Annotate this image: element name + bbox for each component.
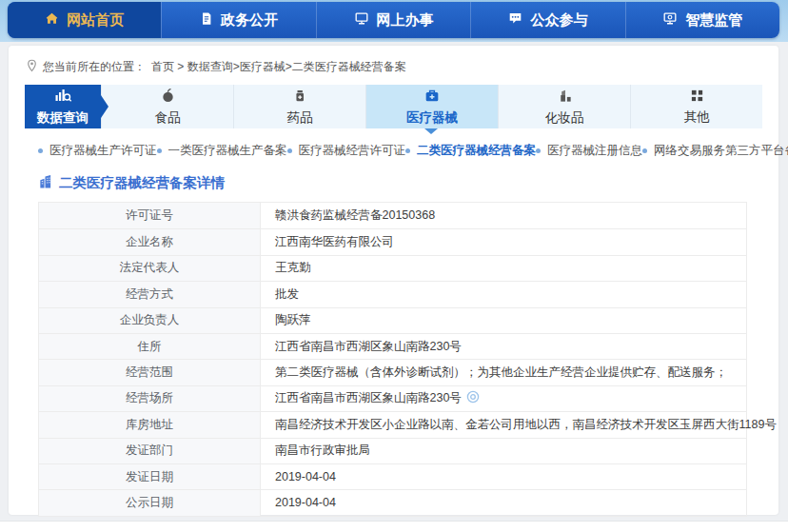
grid-icon [690, 89, 704, 106]
row-label: 法定代表人 [39, 256, 261, 281]
bullet-icon [38, 148, 43, 153]
row-value: 批发 [275, 286, 299, 303]
monitor-icon [354, 11, 369, 29]
tab-medical-device[interactable]: 医疗器械 [365, 85, 498, 128]
row-value: 南昌市行政审批局 [275, 443, 370, 459]
tab-label: 化妆品 [545, 109, 584, 127]
tab-data-query[interactable]: 数据查询 [25, 85, 101, 128]
row-label: 住所 [39, 334, 261, 359]
row-value: 王克勤 [275, 260, 311, 276]
row-label: 企业负责人 [39, 308, 261, 333]
subnav-label: 二类医疗器械经营备案 [417, 143, 536, 159]
tab-label: 食品 [155, 109, 181, 127]
section-title-text: 二类医疗器械经营备案详情 [59, 174, 225, 192]
row-value: 赣洪食药监械经营备20150368 [275, 207, 435, 224]
row-label: 许可证号 [39, 203, 261, 228]
row-value: 第二类医疗器械（含体外诊断试剂）；为其他企业生产经营企业提供贮存、配送服务； [275, 365, 727, 381]
home-icon [45, 11, 59, 29]
table-row: 企业名称 江西南华医药有限公司 [39, 228, 746, 254]
footer-strip [0, 521, 788, 532]
nav-item-label: 智慧监管 [685, 11, 742, 30]
tab-drug[interactable]: 药品 [233, 85, 365, 128]
bullet-icon [642, 148, 647, 153]
building-icon [38, 174, 52, 192]
subnav: 医疗器械生产许可证 一类医疗器械生产备案 医疗器械经营许可证 二类医疗器械经营备… [38, 138, 767, 163]
row-value: 江西省南昌市西湖区象山南路230号 [275, 390, 462, 406]
location-pin-icon [27, 59, 37, 75]
subnav-item-class2-operation-filing[interactable]: 二类医疗器械经营备案 [405, 143, 536, 159]
row-label: 经营方式 [39, 282, 261, 306]
nav-item-public-participation[interactable]: 公众参与 [470, 2, 624, 38]
breadcrumb-trail: 首页 > 数据查询>医疗器械>二类医疗器械经营备案 [151, 59, 406, 75]
table-row: 公示日期 2019-04-04 [39, 489, 746, 515]
bullet-icon [287, 148, 292, 153]
row-label: 库房地址 [39, 412, 261, 437]
row-label: 发证部门 [39, 439, 261, 463]
row-value: 2019-04-04 [275, 496, 336, 509]
table-row: 经营场所 江西省南昌市西湖区象山南路230号 [39, 385, 746, 411]
subnav-item-third-party-platform[interactable]: 网络交易服务第三方平台备案 [642, 143, 788, 159]
subnav-label: 医疗器械注册信息 [547, 143, 642, 159]
chat-bubble-icon [508, 11, 522, 29]
main-nav: 网站首页 政务公开 网上办事 公众参与 智慧监管 [8, 2, 779, 38]
nav-item-gov-info[interactable]: 政务公开 [161, 2, 315, 38]
table-row: 发证日期 2019-04-04 [39, 463, 746, 489]
table-row: 经营方式 批发 [39, 281, 746, 306]
tab-label: 药品 [287, 109, 313, 127]
row-value: 南昌经济技术开发区小企业路以南、金若公司用地以西，南昌经济技术开发区玉屏西大街1… [275, 417, 777, 433]
medical-kit-icon [424, 88, 441, 107]
tab-label: 医疗器械 [406, 109, 458, 127]
row-label: 发证日期 [39, 464, 261, 489]
subnav-label: 网络交易服务第三方平台备案 [654, 143, 788, 159]
subnav-item-production-license[interactable]: 医疗器械生产许可证 [38, 143, 157, 159]
food-icon [160, 88, 176, 107]
row-label: 企业名称 [39, 229, 261, 254]
bullet-icon [536, 148, 541, 153]
table-row: 企业负责人 陶跃萍 [39, 307, 746, 333]
subnav-item-class1-production-filing[interactable]: 一类医疗器械生产备案 [157, 143, 287, 159]
tab-food[interactable]: 食品 [101, 85, 233, 128]
tab-label: 其他 [684, 108, 710, 126]
table-row: 库房地址 南昌经济技术开发区小企业路以南、金若公司用地以西，南昌经济技术开发区玉… [39, 411, 746, 437]
subnav-item-operation-license[interactable]: 医疗器械经营许可证 [287, 143, 406, 159]
tab-label: 数据查询 [37, 109, 89, 127]
subnav-label: 医疗器械生产许可证 [49, 143, 157, 159]
nav-item-online-service[interactable]: 网上办事 [316, 2, 470, 38]
table-row: 许可证号 赣洪食药监械经营备20150368 [39, 203, 746, 228]
section-title: 二类医疗器械经营备案详情 [38, 174, 778, 192]
row-label: 经营范围 [39, 360, 261, 384]
row-value: 江西南华医药有限公司 [275, 234, 394, 250]
row-label: 经营场所 [39, 386, 261, 411]
nav-item-smart-supervision[interactable]: 智慧监管 [625, 2, 779, 38]
tab-cosmetics[interactable]: 化妆品 [498, 85, 630, 128]
drug-bottle-icon [292, 88, 307, 107]
detail-table: 许可证号 赣洪食药监械经营备20150368 企业名称 江西南华医药有限公司 法… [38, 202, 747, 517]
subnav-label: 一类医疗器械生产备案 [168, 143, 287, 159]
document-icon [200, 11, 213, 29]
row-value: 2019-04-04 [275, 470, 336, 483]
subnav-item-registration-info[interactable]: 医疗器械注册信息 [536, 143, 642, 159]
tab-other[interactable]: 其他 [630, 85, 762, 128]
breadcrumb-prefix: 您当前所在的位置： [43, 59, 146, 75]
table-row: 住所 江西省南昌市西湖区象山南路230号 [39, 333, 746, 359]
table-row: 发证部门 南昌市行政审批局 [39, 438, 746, 463]
breadcrumb: 您当前所在的位置： 首页 > 数据查询>医疗器械>二类医疗器械经营备案 [9, 46, 778, 85]
chart-search-icon [54, 88, 72, 107]
category-tabs-wrap: 数据查询 食品 药品 医疗器械 化妆品 其他 [25, 85, 762, 128]
category-tabs: 数据查询 食品 药品 医疗器械 化妆品 其他 [25, 85, 762, 128]
top-banner: 网站首页 政务公开 网上办事 公众参与 智慧监管 [0, 0, 788, 42]
selected-tab-pointer-icon [424, 128, 438, 134]
nav-item-label: 网上办事 [377, 11, 434, 30]
nav-item-home[interactable]: 网站首页 [8, 2, 161, 38]
nav-item-label: 网站首页 [67, 11, 124, 30]
nav-item-label: 公众参与 [530, 11, 587, 30]
subnav-label: 医疗器械经营许可证 [299, 143, 406, 159]
nav-item-label: 政务公开 [221, 11, 278, 30]
content-card: 您当前所在的位置： 首页 > 数据查询>医疗器械>二类医疗器械经营备案 数据查询… [9, 46, 778, 515]
table-row: 经营范围 第二类医疗器械（含体外诊断试剂）；为其他企业生产经营企业提供贮存、配送… [39, 359, 746, 384]
cosmetics-icon [557, 88, 573, 107]
row-value: 陶跃萍 [275, 312, 311, 328]
map-location-icon[interactable] [466, 390, 480, 406]
row-label: 公示日期 [39, 490, 261, 515]
bullet-icon [157, 148, 162, 153]
